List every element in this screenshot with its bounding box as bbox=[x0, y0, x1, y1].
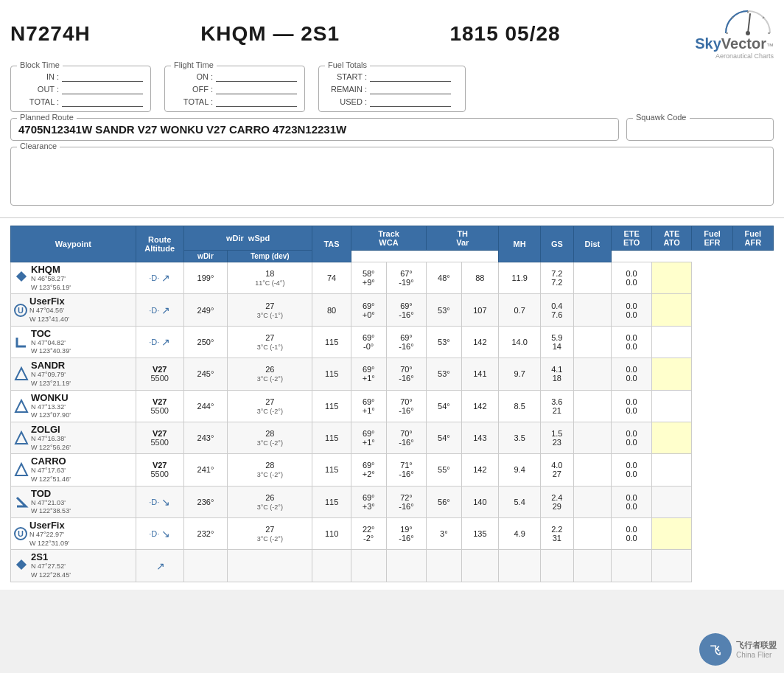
flight-total-field[interactable] bbox=[216, 97, 297, 107]
col-header-ate: ATE ATO bbox=[652, 226, 692, 251]
cell-waypoint: 2S1 N 47°27.52'W 122°28.45' bbox=[11, 550, 136, 582]
route-arrow-icon: ↗ bbox=[161, 304, 170, 316]
table-row: CARRO N 47°17.63'W 122°51.46' V27 5500 2… bbox=[11, 454, 774, 486]
waypoint-name: UserFix bbox=[29, 296, 69, 307]
logo-sub: Aeronautical Charts bbox=[715, 52, 774, 60]
cell-dist: 5.4 bbox=[499, 486, 541, 517]
cell-tas: 74 bbox=[312, 262, 351, 294]
cell-route: V27 5500 bbox=[136, 454, 183, 486]
cell-mh: 3° bbox=[427, 518, 461, 550]
cell-waypoint: TOC N 47°04.82'W 123°40.39' bbox=[11, 326, 136, 358]
cell-dist: 11.9 bbox=[499, 262, 541, 294]
watermark-text1: 飞行者联盟 bbox=[736, 640, 777, 651]
table-row: KHQM N 46°58.27'W 123°56.19' ·D· ↗ 199° … bbox=[11, 262, 774, 294]
cell-track-wca: 69°+3° bbox=[351, 486, 386, 517]
route-name: V27 bbox=[139, 461, 181, 470]
waypoint-coords: N 47°17.63'W 122°51.46' bbox=[31, 467, 71, 484]
cell-wdir: 243° bbox=[183, 422, 228, 453]
triangle-icon bbox=[14, 462, 29, 477]
cell-wspd-temp: 273°C (-1°) bbox=[228, 326, 312, 358]
block-in-label: IN : bbox=[18, 72, 59, 81]
corner-icon bbox=[14, 335, 29, 349]
cell-mh: 53° bbox=[427, 358, 461, 390]
route-dir-icon: ·D· bbox=[149, 498, 159, 506]
cell-waypoint: KHQM N 46°58.27'W 123°56.19' bbox=[11, 262, 136, 294]
table-row: TOC N 47°04.82'W 123°40.39' ·D· ↗ 250° 2… bbox=[11, 326, 774, 358]
triangle-icon bbox=[14, 430, 29, 445]
clearance-group: Clearance bbox=[10, 147, 774, 206]
table-row: U UserFix N 47°04.56'W 123°41.40' ·D· ↗ … bbox=[11, 294, 774, 326]
cell-route: ↗ bbox=[136, 550, 183, 582]
cell-th-var: 19°-16° bbox=[386, 518, 427, 550]
svg-rect-7 bbox=[16, 271, 27, 282]
cell-th-var: 70°-16° bbox=[386, 390, 427, 422]
watermark-logo: 飞 bbox=[699, 633, 732, 666]
table-row: SANDR N 47°09.79'W 123°21.19' V27 5500 2… bbox=[11, 358, 774, 390]
cell-wspd-temp: 283°C (-2°) bbox=[228, 422, 312, 453]
block-total-field[interactable] bbox=[62, 97, 143, 107]
fuel-remain-field[interactable] bbox=[370, 84, 451, 94]
waypoint-name: CARRO bbox=[31, 456, 71, 467]
table-row: ZOLGI N 47°16.38'W 122°56.26' V27 5500 2… bbox=[11, 422, 774, 453]
route-arrow-icon: ↗ bbox=[161, 336, 170, 348]
cell-wdir bbox=[183, 550, 228, 582]
svg-marker-11 bbox=[15, 464, 27, 475]
flight-time-group: Flight Time ON : OFF : TOTAL : bbox=[164, 66, 305, 112]
fuel-totals-title: Fuel Totals bbox=[325, 60, 370, 69]
svg-text:飞: 飞 bbox=[710, 644, 721, 656]
cell-gs: 140 bbox=[461, 486, 499, 517]
cell-route: ·D· ↗ bbox=[136, 262, 183, 294]
route-dir-icon: ·D· bbox=[149, 306, 159, 315]
cell-ate-ato bbox=[573, 390, 612, 422]
cell-wspd-temp: 263°C (-2°) bbox=[228, 358, 312, 390]
cell-fuel-efr: 0.00.0 bbox=[612, 486, 652, 517]
cell-track-wca: 69°+1° bbox=[351, 390, 386, 422]
svg-marker-9 bbox=[15, 400, 27, 412]
flight-on-field[interactable] bbox=[216, 72, 297, 82]
cell-mh: 54° bbox=[427, 422, 461, 453]
col-header-mh: MH bbox=[499, 226, 541, 262]
cell-fuel-efr: 0.00.0 bbox=[612, 390, 652, 422]
cell-wdir: 244° bbox=[183, 390, 228, 422]
route-altitude: 5500 bbox=[139, 406, 181, 415]
watermark-text2: China Flier bbox=[736, 651, 777, 659]
waypoint-coords: N 47°27.52'W 122°28.45' bbox=[31, 562, 71, 579]
col-header-gs: GS bbox=[541, 226, 574, 262]
fuel-start-field[interactable] bbox=[370, 72, 451, 82]
cell-track-wca: 69°+0° bbox=[351, 294, 386, 326]
cell-fuel-afr bbox=[652, 486, 692, 517]
cell-th-var: 69°-16° bbox=[386, 294, 427, 326]
watermark: 飞 飞行者联盟 China Flier bbox=[699, 633, 777, 666]
cell-waypoint: SANDR N 47°09.79'W 123°21.19' bbox=[11, 358, 136, 390]
waypoint-coords: N 47°09.79'W 123°21.19' bbox=[31, 371, 71, 388]
cell-dist: 3.5 bbox=[499, 422, 541, 453]
cell-tas: 115 bbox=[312, 422, 351, 453]
route-arrow-icon: ↘ bbox=[161, 528, 170, 540]
cell-wspd-temp: 273°C (-2°) bbox=[228, 390, 312, 422]
cell-fuel-afr bbox=[652, 422, 692, 453]
cell-route: ·D· ↘ bbox=[136, 518, 183, 550]
cell-track-wca: 69°+2° bbox=[351, 454, 386, 486]
fuel-used-field[interactable] bbox=[370, 97, 451, 107]
waypoint-name: KHQM bbox=[31, 264, 71, 275]
triangle-icon bbox=[14, 399, 29, 414]
cell-tas: 115 bbox=[312, 486, 351, 517]
cell-waypoint: CARRO N 47°17.63'W 122°51.46' bbox=[11, 454, 136, 486]
cell-dist bbox=[499, 550, 541, 582]
cell-gs: 143 bbox=[461, 422, 499, 453]
block-out-field[interactable] bbox=[62, 84, 143, 94]
cell-route: V27 5500 bbox=[136, 390, 183, 422]
route-dir-icon: ·D· bbox=[149, 529, 159, 538]
block-in-field[interactable] bbox=[62, 72, 143, 82]
cell-dist: 0.7 bbox=[499, 294, 541, 326]
cell-ete-eto: 2.231 bbox=[541, 518, 574, 550]
cell-tas: 115 bbox=[312, 326, 351, 358]
col-header-dist: Dist bbox=[573, 226, 612, 262]
flight-route: KHQM — 2S1 bbox=[200, 22, 340, 46]
flight-off-field[interactable] bbox=[216, 84, 297, 94]
waypoint-name: TOC bbox=[31, 328, 71, 339]
cell-fuel-efr: 0.00.0 bbox=[612, 518, 652, 550]
waypoint-coords: N 47°04.56'W 123°41.40' bbox=[29, 307, 69, 324]
col-header-track-wca: Track WCA bbox=[351, 226, 427, 251]
cell-ate-ato bbox=[573, 486, 612, 517]
